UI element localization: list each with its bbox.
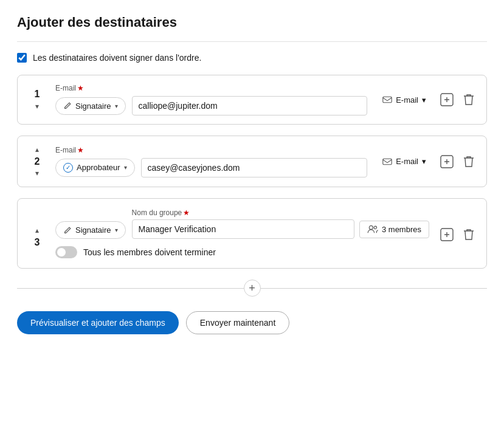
pen-icon-1 (63, 102, 72, 110)
card-top-row-3: Signataire ▾ Nom du groupe ★ (55, 208, 429, 239)
required-star-1: ★ (77, 84, 84, 92)
step-number-3: 3 (35, 236, 40, 248)
pen-icon-3 (63, 226, 72, 235)
toggle-row-3: Tous les membres doivent terminer (55, 246, 429, 258)
trash-icon-3 (463, 229, 474, 241)
approval-icon-2: ✓ (63, 163, 73, 173)
role-label-3: Signataire (75, 225, 111, 235)
card-row-1: Signataire ▾ (55, 96, 367, 115)
members-badge-btn[interactable]: 3 membres (359, 221, 429, 238)
step-number-1: 1 (35, 88, 40, 100)
trash-icon-1 (463, 94, 474, 106)
members-toggle[interactable] (55, 246, 77, 258)
role-chevron-2: ▾ (124, 164, 127, 171)
recipient-card-3: ▴ 3 Signataire ▾ Nom du groupe ★ (17, 198, 487, 269)
delivery-chevron-2: ▾ (422, 157, 426, 166)
card-main-1: E-mail ★ Signataire ▾ (55, 84, 367, 115)
add-field-btn-2[interactable] (438, 153, 456, 171)
delivery-label-2: E-mail (396, 157, 418, 166)
role-chevron-3: ▾ (115, 227, 118, 233)
delete-btn-3[interactable] (461, 226, 477, 243)
card-row-2: ✓ Approbateur ▾ (55, 158, 367, 177)
card-body-3: Signataire ▾ Nom du groupe ★ (55, 208, 429, 258)
footer-buttons: Prévisualiser et ajouter des champs Envo… (17, 311, 487, 334)
recipient-card-1: 1 ▾ E-mail ★ Signataire ▾ (17, 75, 487, 125)
add-line-left (17, 288, 244, 289)
role-dropdown-2[interactable]: ✓ Approbateur ▾ (55, 159, 135, 177)
delivery-chevron-1: ▾ (422, 95, 426, 105)
recipient-card-2: ▴ 2 ▾ E-mail ★ ✓ Approbateur ▾ (17, 136, 487, 187)
chevron-down-btn-2[interactable]: ▾ (33, 168, 41, 178)
email-input-2[interactable] (141, 158, 368, 177)
role-dropdown-3[interactable]: Signataire ▾ (55, 221, 126, 239)
role-label-1: Signataire (75, 102, 111, 111)
delivery-dropdown-2[interactable]: E-mail ▾ (376, 153, 433, 170)
step-number-2: 2 (35, 156, 40, 167)
step-col-1: 1 ▾ (27, 88, 47, 111)
chevron-up-btn-3[interactable]: ▴ (33, 225, 41, 235)
add-field-btn-1[interactable] (438, 91, 456, 109)
members-count: 3 membres (382, 225, 421, 234)
email-icon-1 (382, 96, 392, 103)
group-name-input[interactable] (132, 219, 354, 239)
email-icon-2 (382, 158, 392, 165)
add-field-btn-3[interactable] (438, 225, 456, 244)
svg-point-4 (369, 226, 373, 230)
role-dropdown-1[interactable]: Signataire ▾ (55, 97, 126, 115)
order-checkbox-label[interactable]: Les destinataires doivent signer dans l'… (33, 53, 201, 63)
add-line-right (261, 288, 488, 289)
svg-rect-2 (383, 159, 392, 165)
step-col-2: ▴ 2 ▾ (27, 145, 47, 178)
svg-rect-0 (383, 97, 392, 103)
add-field-icon-3 (440, 228, 454, 241)
order-checkbox[interactable] (17, 53, 27, 63)
add-recipient-btn[interactable]: + (244, 280, 261, 297)
card-main-2: E-mail ★ ✓ Approbateur ▾ (55, 146, 367, 177)
chevron-down-btn-1[interactable]: ▾ (33, 102, 41, 111)
card-right-3 (438, 225, 477, 244)
email-input-1[interactable] (132, 96, 368, 115)
role-col-3: Signataire ▾ (55, 209, 126, 239)
delivery-label-1: E-mail (396, 95, 418, 105)
page-title: Ajouter des destinataires (17, 15, 487, 30)
delivery-dropdown-1[interactable]: E-mail ▾ (376, 91, 433, 109)
order-checkbox-row: Les destinataires doivent signer dans l'… (17, 53, 487, 63)
group-name-col: Nom du groupe ★ 3 membres (132, 208, 429, 239)
required-star-2: ★ (77, 146, 84, 154)
chevron-up-btn-2[interactable]: ▴ (33, 145, 41, 154)
step-col-3: ▴ 3 (27, 225, 47, 248)
add-field-icon-2 (440, 155, 454, 168)
email-label-1: E-mail ★ (55, 84, 367, 92)
card-right-2: E-mail ▾ (376, 153, 477, 171)
group-name-label: Nom du groupe ★ (132, 208, 429, 217)
add-row: + (17, 280, 487, 297)
role-chevron-1: ▾ (115, 103, 118, 109)
people-icon (367, 225, 378, 233)
required-star-3: ★ (183, 208, 190, 217)
trash-icon-2 (463, 156, 474, 168)
card-right-1: E-mail ▾ (376, 91, 477, 109)
delete-btn-2[interactable] (461, 153, 477, 170)
role-label-2: Approbateur (77, 163, 120, 172)
send-now-button[interactable]: Envoyer maintenant (186, 311, 290, 334)
add-field-icon-1 (440, 93, 454, 106)
delete-btn-1[interactable] (461, 91, 477, 108)
preview-button[interactable]: Prévisualiser et ajouter des champs (17, 311, 179, 334)
title-divider (17, 41, 487, 42)
svg-point-5 (374, 226, 376, 229)
toggle-label-3: Tous les membres doivent terminer (83, 247, 216, 257)
email-label-2: E-mail ★ (55, 146, 367, 154)
